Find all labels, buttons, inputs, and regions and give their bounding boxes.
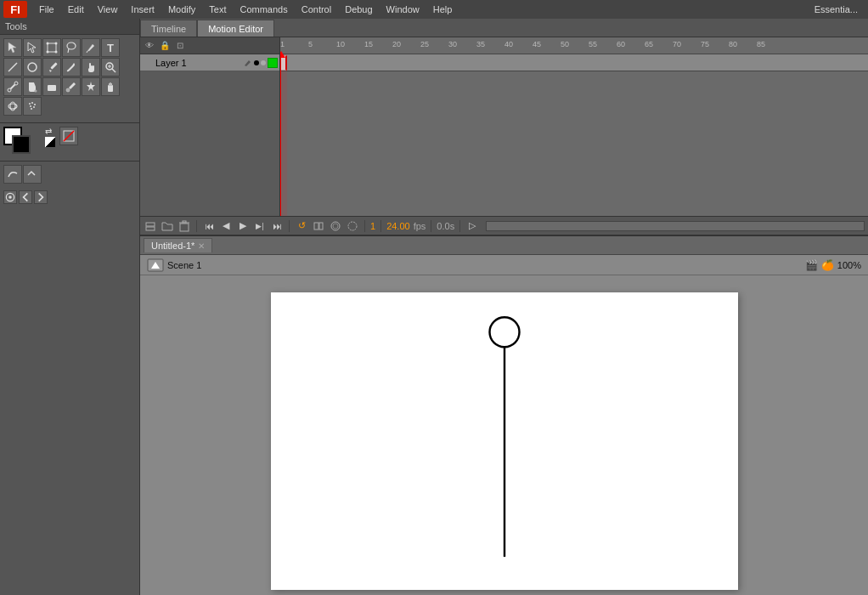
playhead[interactable] [280, 54, 281, 216]
straighten-icon[interactable] [23, 165, 42, 184]
pencil-tool[interactable] [42, 58, 61, 76]
tools-grid: T [0, 35, 139, 119]
fill-color-swatch[interactable] [12, 135, 31, 154]
svg-rect-43 [183, 221, 186, 223]
svg-point-11 [28, 63, 37, 71]
paint-bucket-tool[interactable] [23, 77, 42, 96]
outline-icon[interactable]: ⊡ [174, 40, 186, 52]
current-frame-display: 1 [370, 221, 375, 231]
arrow-left-icon[interactable] [19, 190, 32, 204]
ruler-mark-50: 50 [561, 40, 569, 48]
menu-text[interactable]: Text [202, 3, 233, 16]
canvas-area[interactable] [140, 275, 868, 595]
ink-bottle-tool[interactable] [101, 77, 120, 96]
lasso-tool[interactable] [62, 38, 81, 57]
frames-area[interactable] [280, 54, 868, 216]
pen-tool[interactable] [82, 38, 100, 57]
zoom-tool[interactable] [101, 58, 120, 76]
menu-commands[interactable]: Commands [233, 3, 294, 16]
line-tool[interactable] [3, 58, 22, 76]
svg-point-47 [333, 224, 338, 229]
step-forward-icon[interactable]: ▶| [253, 219, 267, 233]
subselection-tool[interactable] [23, 38, 42, 57]
brush-tool[interactable] [62, 58, 81, 76]
pencil-icon [244, 59, 252, 67]
sync-icon[interactable] [312, 219, 325, 233]
workspace-selector[interactable]: Essentia... [814, 4, 865, 14]
menu-control[interactable]: Control [295, 3, 338, 16]
menu-help[interactable]: Help [426, 3, 459, 16]
svg-line-10 [8, 63, 17, 71]
3d-rotation-tool[interactable] [3, 97, 22, 116]
spray-brush-tool[interactable] [23, 97, 42, 116]
snap-to-objects-icon[interactable] [3, 190, 17, 204]
document-tab-close[interactable]: ✕ [198, 241, 205, 251]
tab-timeline[interactable]: Timeline [140, 20, 197, 37]
swap-colors-icon[interactable]: ⇄ [45, 127, 55, 136]
menu-file[interactable]: File [32, 3, 61, 16]
svg-point-48 [348, 222, 357, 230]
delete-layer-icon[interactable] [178, 219, 191, 233]
eye-icon[interactable]: 👁 [144, 40, 155, 52]
onion-skin-outlines-icon[interactable] [346, 219, 359, 233]
step-back-icon[interactable]: ◀ [219, 219, 233, 233]
document-tab[interactable]: Untitled-1* ✕ [144, 238, 212, 252]
selection-tool[interactable] [3, 38, 22, 57]
svg-rect-39 [146, 227, 155, 230]
timeline-scrollbar[interactable] [486, 221, 865, 231]
loop-icon[interactable]: ↺ [295, 219, 308, 233]
free-transform-tool[interactable] [42, 38, 61, 57]
svg-point-20 [14, 82, 18, 85]
hand-tool[interactable] [82, 58, 100, 76]
svg-rect-44 [314, 223, 318, 230]
menu-view[interactable]: View [91, 3, 125, 16]
eyedropper-tool[interactable] [62, 77, 81, 96]
svg-line-15 [112, 69, 116, 72]
menu-insert[interactable]: Insert [124, 3, 161, 16]
ruler-mark-5: 5 [308, 40, 313, 48]
go-to-first-frame-icon[interactable]: ⏮ [202, 219, 216, 233]
deco-tool[interactable] [82, 77, 100, 96]
layer-1-frames[interactable] [280, 54, 868, 71]
menu-debug[interactable]: Debug [338, 3, 379, 16]
main-area: Tools T [0, 19, 868, 595]
svg-rect-25 [109, 83, 112, 86]
lock-icon[interactable]: 🔒 [159, 40, 171, 52]
ruler-mark-20: 20 [392, 40, 401, 48]
go-to-last-frame-icon[interactable]: ⏭ [270, 219, 284, 233]
new-layer-icon[interactable] [144, 219, 157, 233]
timeline-panel: Timeline Motion Editor 👁 🔒 ⊡ Layer 1 [140, 19, 868, 236]
svg-point-6 [55, 51, 58, 54]
svg-marker-13 [49, 70, 52, 72]
new-folder-icon[interactable] [161, 219, 174, 233]
oval-tool[interactable] [23, 58, 42, 76]
svg-rect-12 [50, 62, 57, 69]
svg-rect-22 [48, 85, 56, 91]
menu-window[interactable]: Window [380, 3, 426, 16]
onion-skin-icon[interactable] [329, 219, 342, 233]
scene-label: Scene 1 [167, 260, 201, 270]
reset-colors-icon[interactable] [45, 137, 55, 147]
bone-tool[interactable] [3, 77, 22, 96]
smooth-icon[interactable] [3, 165, 22, 184]
eraser-tool[interactable] [42, 77, 61, 96]
document-tab-label: Untitled-1* [151, 241, 194, 251]
scene-edit-icon[interactable]: 🍊 [821, 259, 834, 271]
ruler-mark-80: 80 [729, 40, 737, 48]
play-icon[interactable]: ▶ [236, 219, 250, 233]
no-color-icon[interactable] [59, 127, 78, 145]
tab-motion-editor[interactable]: Motion Editor [197, 20, 274, 37]
text-tool[interactable]: T [101, 38, 120, 57]
layer-1-row[interactable]: Layer 1 [140, 54, 279, 71]
ruler-mark-55: 55 [589, 40, 597, 48]
ruler-mark-45: 45 [533, 40, 541, 48]
resize-handle-icon[interactable]: ▷ [465, 219, 479, 233]
lollipop-circle [489, 317, 519, 347]
ruler-mark-1: 1 [280, 40, 285, 48]
arrow-right-icon[interactable] [34, 190, 48, 204]
menu-modify[interactable]: Modify [161, 3, 202, 16]
tools-panel: Tools T [0, 19, 140, 595]
zoom-out-scene-icon[interactable]: 🎬 [805, 259, 818, 271]
svg-point-29 [31, 102, 33, 104]
menu-edit[interactable]: Edit [61, 3, 91, 16]
